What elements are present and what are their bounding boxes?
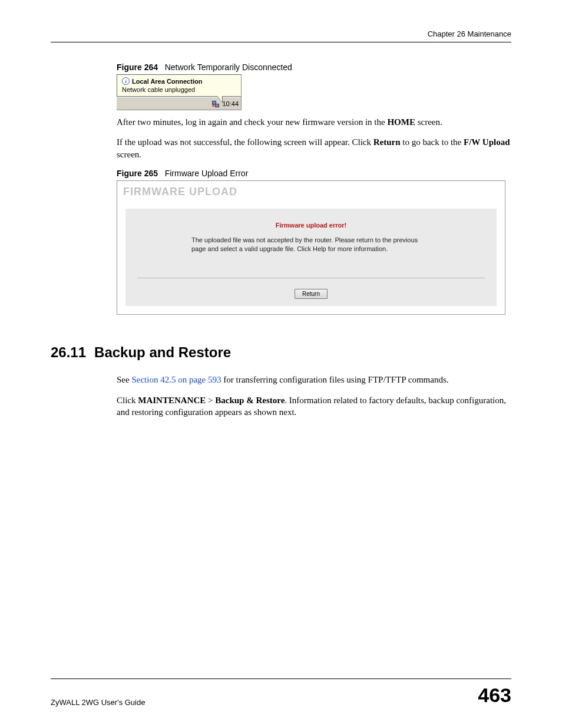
error-title: Firmware upload error! [137,222,485,229]
page-footer: ZyWALL 2WG User's Guide 463 [51,678,511,707]
footer-guide-name: ZyWALL 2WG User's Guide [51,698,145,707]
info-icon: i [122,77,130,85]
section-para-1: See Section 42.5 on page 593 for transfe… [117,374,511,386]
section-number: 26.11 [51,344,86,360]
paragraph-1: After two minutes, log in again and chec… [117,116,511,128]
figure264-caption: Figure 264 Network Temporarily Disconnec… [117,62,511,72]
figure264-text: Network Temporarily Disconnected [165,62,292,72]
cross-reference-link[interactable]: Section 42.5 on page 593 [131,375,221,384]
figure265: FIRMWARE UPLOAD Firmware upload error! T… [117,180,505,315]
figure264: i Local Area Connection Network cable un… [117,74,242,110]
section-heading: 26.11Backup and Restore [51,344,511,361]
error-panel: Firmware upload error! The uploaded file… [125,209,497,307]
balloon-title: Local Area Connection [132,78,202,85]
page-number: 463 [478,684,511,707]
figure265-text: Firmware Upload Error [165,169,249,178]
figure265-num: Figure 265 [117,169,158,178]
balloon-message: Network cable unplugged [122,86,236,93]
error-message: The uploaded file was not accepted by th… [137,236,485,278]
balloon-title-row: i Local Area Connection [122,77,236,85]
tray-clock: 10:44 [222,100,239,107]
page-header: Chapter 26 Maintenance [51,29,511,42]
network-balloon: i Local Area Connection Network cable un… [117,74,241,97]
firmware-upload-heading: FIRMWARE UPLOAD [117,181,505,209]
return-button[interactable]: Return [295,289,328,299]
figure264-num: Figure 264 [117,62,158,72]
chapter-label: Chapter 26 Maintenance [428,29,511,38]
section-title: Backup and Restore [94,344,231,360]
section-para-2: Click MAINTENANCE > Backup & Restore. In… [117,394,511,419]
panel-divider [137,278,485,278]
network-disconnected-icon: × [211,100,220,108]
figure265-caption: Figure 265 Firmware Upload Error [117,169,511,178]
paragraph-2: If the upload was not successful, the fo… [117,136,511,160]
